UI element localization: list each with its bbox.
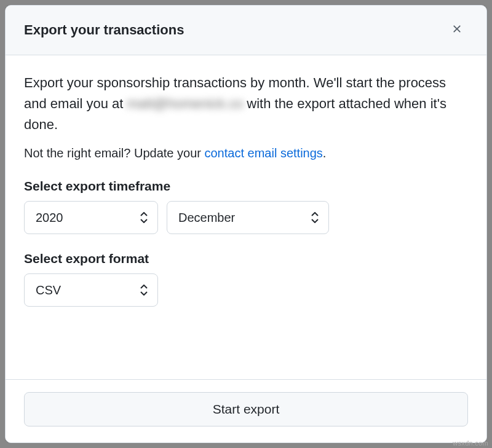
redacted-email: matt@homenick.co [127, 93, 244, 114]
export-description: Export your sponsorship transactions by … [24, 73, 468, 135]
format-value: CSV [36, 283, 61, 297]
close-button[interactable] [446, 19, 468, 41]
format-select[interactable]: CSV [24, 273, 158, 307]
year-value: 2020 [36, 211, 63, 225]
watermark: wsxdn.com [453, 439, 488, 447]
month-value: December [178, 211, 235, 225]
dialog-body: Export your sponsorship transactions by … [6, 55, 486, 379]
start-export-button[interactable]: Start export [24, 392, 468, 426]
export-transactions-dialog: Export your transactions Export your spo… [5, 5, 487, 443]
email-hint: Not the right email? Update your contact… [24, 146, 468, 160]
dialog-header: Export your transactions [6, 6, 486, 55]
select-caret-icon [140, 285, 148, 296]
dialog-title: Export your transactions [24, 22, 184, 38]
year-select[interactable]: 2020 [24, 201, 158, 234]
format-label: Select export format [24, 251, 468, 266]
select-caret-icon [140, 212, 148, 223]
email-hint-prefix: Not the right email? Update your [24, 146, 205, 160]
close-icon [451, 23, 463, 37]
format-selects: CSV [24, 273, 468, 307]
month-select[interactable]: December [167, 201, 329, 234]
dialog-footer: Start export [6, 379, 486, 442]
contact-email-settings-link[interactable]: contact email settings [205, 146, 323, 160]
select-caret-icon [311, 212, 319, 223]
timeframe-label: Select export timeframe [24, 179, 468, 194]
timeframe-selects: 2020 December [24, 201, 468, 234]
email-hint-suffix: . [323, 146, 327, 160]
